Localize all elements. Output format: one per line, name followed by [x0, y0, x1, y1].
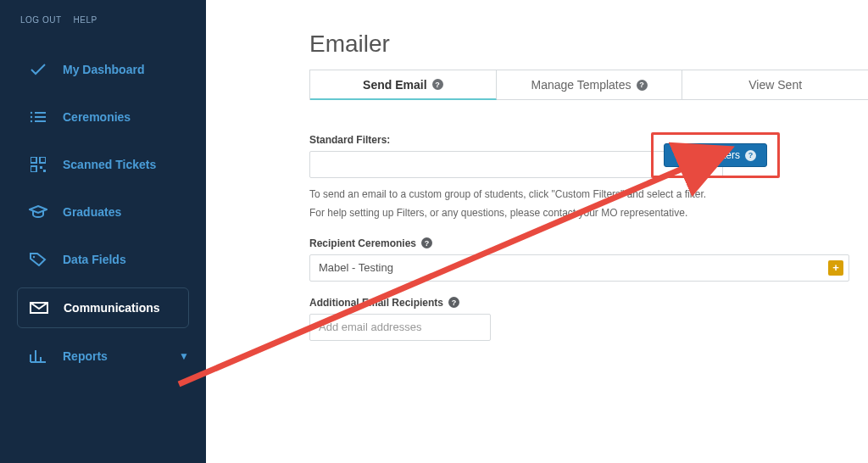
- sidebar-item-communications[interactable]: Communications: [17, 287, 189, 328]
- sidebar-item-label: My Dashboard: [63, 63, 144, 76]
- svg-point-4: [31, 120, 32, 122]
- custom-filters-button[interactable]: Custom Filters ?: [664, 143, 767, 167]
- custom-filters-highlight: Custom Filters ?: [651, 132, 780, 178]
- sidebar-item-ceremonies[interactable]: Ceremonies: [0, 98, 206, 137]
- recipient-ceremonies-label: Recipient Ceremonies ?: [309, 237, 765, 249]
- additional-recipients-input[interactable]: [309, 314, 491, 341]
- svg-rect-9: [40, 166, 42, 169]
- add-ceremony-button[interactable]: +: [828, 260, 843, 276]
- sidebar: LOG OUT HELP My Dashboard Ceremonies: [0, 0, 206, 463]
- help-icon[interactable]: ?: [421, 237, 432, 248]
- page-title: Emailer: [206, 31, 868, 58]
- qr-icon: [29, 157, 47, 172]
- sidebar-item-dashboard[interactable]: My Dashboard: [0, 50, 206, 89]
- sidebar-item-reports[interactable]: Reports ▼: [0, 337, 206, 376]
- tab-view-sent[interactable]: View Sent: [682, 70, 868, 100]
- top-links: LOG OUT HELP: [0, 15, 206, 25]
- svg-rect-7: [40, 157, 46, 163]
- sidebar-item-label: Scanned Tickets: [63, 158, 156, 171]
- help-link[interactable]: HELP: [74, 15, 97, 25]
- sidebar-item-label: Communications: [64, 301, 160, 315]
- tab-label: Manage Templates: [531, 78, 631, 92]
- recipient-ceremonies-select[interactable]: Mabel - Testing +: [309, 254, 849, 282]
- tab-send-email[interactable]: Send Email ?: [310, 70, 497, 100]
- help-icon[interactable]: ?: [432, 79, 443, 90]
- chevron-down-icon: ▼: [179, 350, 189, 362]
- svg-point-0: [31, 112, 32, 114]
- svg-rect-10: [43, 170, 46, 172]
- main-content: Emailer Send Email ? Manage Templates ? …: [206, 0, 868, 463]
- svg-rect-8: [31, 166, 36, 172]
- check-icon: [29, 62, 47, 77]
- sidebar-item-label: Graduates: [63, 205, 121, 219]
- svg-point-12: [33, 256, 35, 258]
- sidebar-item-label: Reports: [63, 349, 108, 363]
- svg-rect-6: [31, 157, 36, 163]
- help-icon: ?: [745, 150, 756, 161]
- filter-hint-2: For help setting up Filters, or any ques…: [309, 205, 765, 222]
- list-icon: [29, 109, 47, 125]
- sidebar-item-label: Ceremonies: [63, 110, 131, 124]
- tag-icon: [29, 252, 47, 267]
- sidebar-item-scanned-tickets[interactable]: Scanned Tickets: [0, 145, 206, 184]
- button-label: Custom Filters: [675, 149, 740, 161]
- tabs: Send Email ? Manage Templates ? View Sen…: [309, 70, 868, 100]
- tab-label: View Sent: [748, 78, 802, 92]
- filter-hint-1: To send an email to a custom group of st…: [309, 187, 765, 204]
- tab-label: Send Email: [363, 78, 426, 92]
- sidebar-item-graduates[interactable]: Graduates: [0, 192, 206, 232]
- sidebar-item-data-fields[interactable]: Data Fields: [0, 240, 206, 279]
- form-area: Standard Filters: Custom Filters ? To se…: [206, 100, 765, 341]
- graduation-icon: [29, 204, 47, 220]
- additional-recipients-label: Additional Email Recipients ?: [309, 297, 765, 309]
- help-icon[interactable]: ?: [448, 297, 459, 308]
- svg-point-2: [31, 116, 32, 118]
- selected-ceremony: Mabel - Testing: [319, 261, 393, 274]
- help-icon[interactable]: ?: [637, 80, 648, 91]
- mail-icon: [30, 300, 48, 315]
- chart-icon: [29, 349, 47, 364]
- tab-manage-templates[interactable]: Manage Templates ?: [497, 70, 683, 100]
- sidebar-item-label: Data Fields: [63, 253, 126, 266]
- logout-link[interactable]: LOG OUT: [20, 15, 62, 25]
- filter-row: Custom Filters ?: [309, 151, 765, 178]
